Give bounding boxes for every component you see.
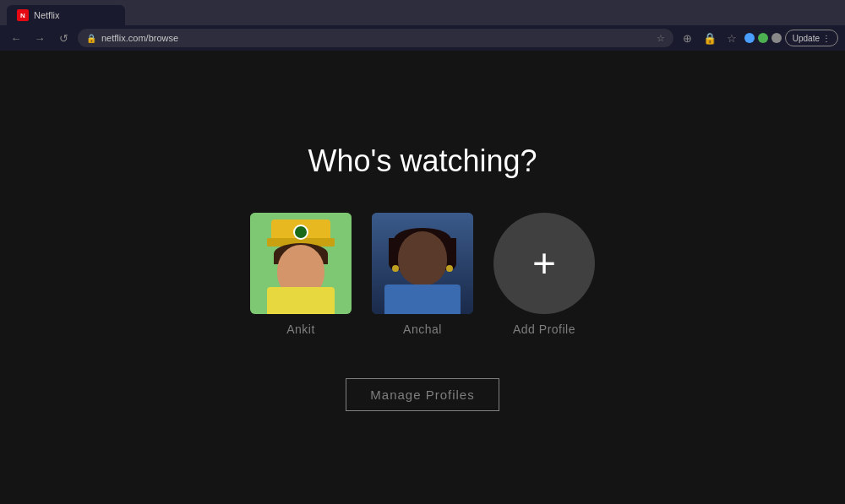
lock-toolbar-icon[interactable]: 🔒 xyxy=(701,29,719,47)
profile-avatar-ankit[interactable] xyxy=(250,213,352,314)
anchal-body xyxy=(384,285,461,314)
lock-icon: 🔒 xyxy=(86,34,96,43)
netflix-page: Who's watching? Ankit xyxy=(0,51,845,504)
profile-item-ankit[interactable]: Ankit xyxy=(250,213,352,336)
ankit-body xyxy=(267,287,335,314)
profile-avatar-anchal[interactable] xyxy=(372,213,473,314)
tab-title: Netflix xyxy=(34,10,60,20)
reload-button[interactable]: ↺ xyxy=(54,29,73,47)
add-profile-plus-icon: + xyxy=(532,243,556,284)
profiles-row: Ankit Anchal + xyxy=(250,213,595,336)
profile-dot-blue xyxy=(744,33,755,43)
anchal-avatar-inner xyxy=(372,213,473,314)
anchal-earring-left xyxy=(392,265,399,272)
toolbar-right: ⊕ 🔒 ☆ Update ⋮ xyxy=(679,29,838,47)
ankit-hat-logo xyxy=(293,225,308,240)
profile-item-anchal[interactable]: Anchal xyxy=(372,213,473,336)
profile-name-anchal: Anchal xyxy=(403,322,442,336)
browser-tabs: N Netflix xyxy=(0,0,845,25)
tab-favicon: N xyxy=(17,9,29,21)
anchal-face xyxy=(398,231,447,285)
address-bar[interactable]: 🔒 netflix.com/browse ☆ xyxy=(78,29,673,47)
star-toolbar-icon[interactable]: ☆ xyxy=(722,29,741,47)
profile-name-add: Add Profile xyxy=(513,322,575,336)
forward-button[interactable]: → xyxy=(30,29,49,47)
profile-dot-gray xyxy=(771,33,782,43)
browser-chrome: N Netflix ← → ↺ 🔒 netflix.com/browse ☆ ⊕… xyxy=(0,0,845,51)
back-button[interactable]: ← xyxy=(7,29,25,47)
update-button[interactable]: Update ⋮ xyxy=(785,30,838,46)
add-profile-circle[interactable]: + xyxy=(493,213,595,314)
star-icon: ☆ xyxy=(657,33,665,44)
manage-profiles-button[interactable]: Manage Profiles xyxy=(346,378,499,411)
ankit-avatar-inner xyxy=(250,213,352,314)
profile-dot-green xyxy=(758,33,768,43)
profile-name-ankit: Ankit xyxy=(286,322,315,336)
extensions-button[interactable]: ⊕ xyxy=(679,29,697,47)
page-title: Who's watching? xyxy=(308,144,537,179)
url-text: netflix.com/browse xyxy=(101,33,178,43)
profile-item-add[interactable]: + Add Profile xyxy=(493,213,595,336)
anchal-earring-right xyxy=(446,265,453,272)
active-tab[interactable]: N Netflix xyxy=(7,5,125,25)
browser-toolbar: ← → ↺ 🔒 netflix.com/browse ☆ ⊕ 🔒 ☆ Updat… xyxy=(0,25,845,51)
